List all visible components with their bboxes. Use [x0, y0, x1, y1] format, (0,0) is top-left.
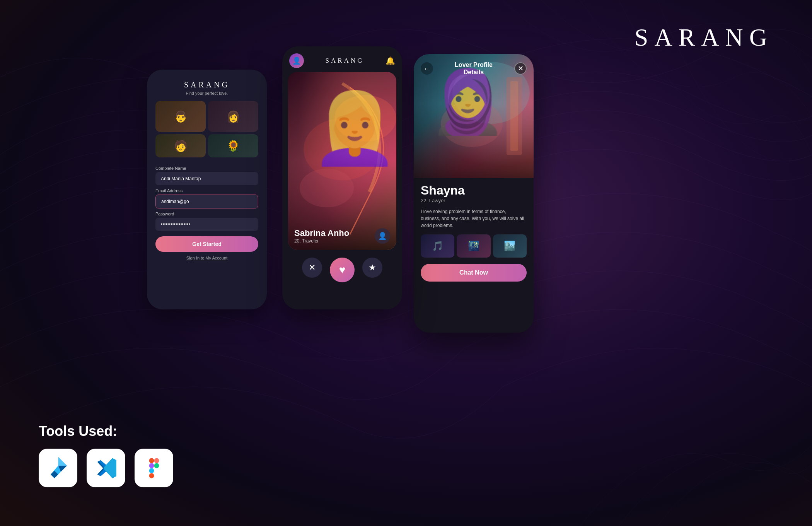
svg-rect-15	[149, 468, 154, 473]
phone2-brand: SARANG	[326, 57, 364, 65]
name-label: Complete Name	[155, 166, 186, 171]
tools-section: Tools Used:	[39, 423, 173, 487]
svg-marker-7	[58, 457, 67, 466]
phone-profile-details: 🧕 ← Lover Profile Details ✕ Shayna 22, L…	[414, 54, 534, 333]
notification-icon[interactable]: 🔔	[386, 56, 395, 65]
svg-rect-17	[149, 473, 154, 478]
heart-action-button[interactable]: ♥	[330, 258, 355, 282]
signin-link[interactable]: Sign In to My Account	[186, 256, 227, 260]
get-started-button[interactable]: Get Started	[155, 236, 258, 252]
email-input[interactable]	[155, 195, 258, 208]
profile-name-large: Shayna	[421, 183, 527, 198]
phone1-brand: SARANG	[184, 80, 230, 89]
photo-person-4: 🌻	[208, 134, 258, 157]
password-input[interactable]	[155, 218, 258, 231]
svg-rect-12	[149, 458, 154, 463]
figma-icon	[135, 449, 173, 487]
profile-name: Sabrina Anho	[294, 228, 349, 238]
phone2-header: 👤 SARANG 🔔	[282, 46, 402, 72]
svg-rect-14	[149, 463, 154, 468]
photo-grid: 👨 👩 🧑 🌻	[155, 101, 258, 157]
user-avatar: 👤	[289, 53, 304, 68]
phone-registration: SARANG Find your perfect love. 👨 👩 🧑 🌻 C…	[147, 70, 267, 309]
vscode-icon	[87, 449, 125, 487]
profile-occupation: 22, Lawyer	[421, 198, 527, 203]
photo-person-3: 🧑	[155, 134, 206, 157]
chat-now-button[interactable]: Chat Now	[421, 264, 527, 282]
close-action-button[interactable]: ✕	[302, 258, 322, 278]
password-label: Password	[155, 212, 174, 216]
svg-rect-13	[154, 458, 159, 463]
name-input[interactable]	[155, 172, 258, 185]
back-button[interactable]: ←	[421, 62, 433, 75]
photo-person-1: 👨	[155, 101, 206, 132]
close-button[interactable]: ✕	[514, 62, 527, 75]
photo-person-2: 👩	[208, 101, 258, 132]
gallery-thumb-1: 🎵	[421, 234, 454, 258]
profile-view-button[interactable]: 👤	[375, 228, 390, 244]
phone-discovery: 👤 SARANG 🔔 👱‍♀️ Sabrina Anho 20, Travele…	[282, 46, 402, 309]
profile-bio: I love solving problem in terms of finan…	[421, 208, 527, 229]
svg-point-16	[154, 463, 159, 468]
phone1-tagline: Find your perfect love.	[186, 91, 228, 96]
gallery-row: 🎵 🌃 🏙️	[421, 234, 527, 258]
flutter-icon	[39, 449, 77, 487]
phone3-header: ← Lover Profile Details ✕	[414, 54, 534, 76]
gallery-thumb-2: 🌃	[457, 234, 490, 258]
profile-age-occupation: 20, Traveler	[294, 238, 349, 244]
profile-card-info: Sabrina Anho 20, Traveler 👤	[294, 228, 390, 244]
tools-icons	[39, 449, 173, 487]
star-action-button[interactable]: ★	[362, 258, 382, 278]
profile-card: 👱‍♀️ Sabrina Anho 20, Traveler 👤	[288, 72, 396, 250]
profile-details-title: Lover Profile Details	[455, 61, 493, 76]
gallery-thumb-3: 🏙️	[493, 234, 527, 258]
phones-container: SARANG Find your perfect love. 👨 👩 🧑 🌻 C…	[77, 23, 773, 503]
tools-label: Tools Used:	[39, 423, 173, 439]
action-buttons: ✕ ♥ ★	[282, 258, 402, 286]
profile-content: Shayna 22, Lawyer I love solving problem…	[414, 178, 534, 287]
email-label: Email Address	[155, 188, 183, 193]
